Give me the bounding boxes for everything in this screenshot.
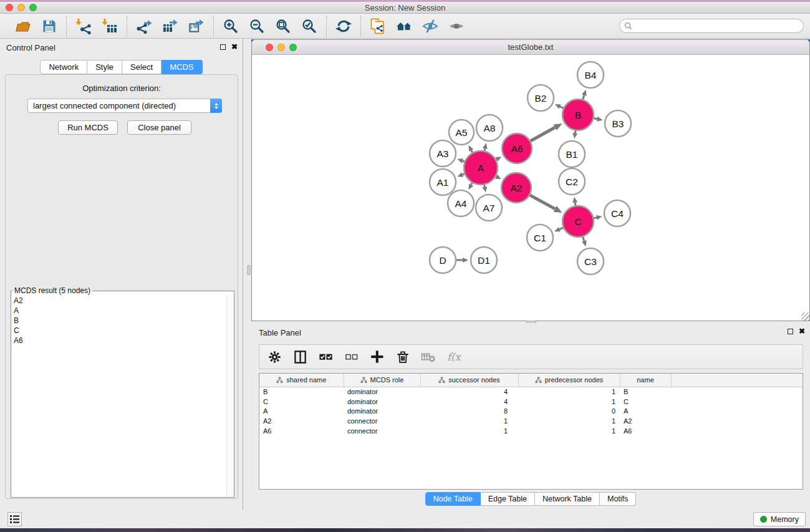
close-panel-icon[interactable]: ✖ bbox=[231, 43, 238, 51]
graph-node-B1[interactable]: B1 bbox=[559, 141, 585, 167]
graph-node-C1[interactable]: C1 bbox=[527, 225, 553, 251]
optimization-criterion-select[interactable]: largest connected component (directed) bbox=[27, 99, 222, 113]
cell[interactable]: 1 bbox=[518, 416, 620, 426]
search-input[interactable] bbox=[632, 19, 803, 32]
deselect-all-checks-icon[interactable] bbox=[344, 349, 360, 365]
graph-node-B4[interactable]: B4 bbox=[577, 62, 604, 88]
zoom-window-button[interactable] bbox=[29, 4, 37, 11]
tab-style[interactable]: Style bbox=[87, 60, 122, 74]
graph-node-A[interactable]: A bbox=[464, 151, 498, 185]
cell[interactable]: 4 bbox=[420, 387, 518, 397]
cell[interactable]: 4 bbox=[420, 397, 518, 407]
float-panel-icon[interactable] bbox=[220, 44, 226, 50]
tab-mcds[interactable]: MCDS bbox=[162, 60, 202, 74]
cell[interactable]: 1 bbox=[518, 397, 620, 407]
tab-network-table[interactable]: Network Table bbox=[535, 492, 600, 506]
tab-network[interactable]: Network bbox=[40, 60, 87, 74]
import-table-icon[interactable] bbox=[100, 17, 119, 35]
graph-node-C4[interactable]: C4 bbox=[604, 200, 630, 226]
mcds-result-item[interactable]: B bbox=[14, 316, 234, 326]
cell[interactable]: dominator bbox=[344, 406, 420, 416]
column-header-name[interactable]: name bbox=[620, 374, 671, 387]
graph-node-A6[interactable]: A6 bbox=[502, 133, 532, 163]
select-all-checks-icon[interactable] bbox=[318, 349, 334, 365]
close-panel-icon[interactable]: ✖ bbox=[799, 327, 805, 335]
column-header-successor-nodes[interactable]: successor nodes bbox=[420, 374, 518, 387]
cell[interactable]: dominator bbox=[344, 387, 420, 397]
network-canvas[interactable]: B4B2BB3B1A5A8A6A3AA1A4A7A2C2C4CC1C3DD1 bbox=[252, 55, 809, 321]
column-header-predecessor-nodes[interactable]: predecessor nodes bbox=[518, 374, 620, 387]
save-session-icon[interactable] bbox=[40, 17, 59, 35]
table-row-A[interactable]: Adominator80A bbox=[259, 406, 803, 416]
graph-node-C[interactable]: C bbox=[562, 206, 594, 237]
graph-node-C2[interactable]: C2 bbox=[559, 168, 585, 195]
cell[interactable]: 1 bbox=[420, 426, 518, 436]
tab-motifs[interactable]: Motifs bbox=[600, 492, 636, 506]
zoom-fit-icon[interactable] bbox=[274, 17, 292, 35]
table-row-A2[interactable]: A2connector11A2 bbox=[259, 416, 803, 426]
graph-node-A1[interactable]: A1 bbox=[430, 169, 456, 195]
graph-node-A7[interactable]: A7 bbox=[476, 195, 502, 221]
network-zoom-button[interactable] bbox=[289, 44, 297, 51]
column-header-shared-name[interactable]: shared name bbox=[259, 374, 344, 387]
cell[interactable]: C bbox=[259, 397, 344, 407]
graph-node-A8[interactable]: A8 bbox=[476, 115, 503, 141]
tab-select[interactable]: Select bbox=[122, 60, 162, 74]
first-neighbors-icon[interactable] bbox=[395, 17, 413, 35]
cell[interactable]: 1 bbox=[518, 387, 620, 397]
table-row-C[interactable]: Cdominator41C bbox=[259, 397, 803, 407]
graph-node-B3[interactable]: B3 bbox=[605, 110, 631, 137]
export-network-icon[interactable] bbox=[135, 17, 153, 35]
zoom-selected-icon[interactable] bbox=[300, 17, 319, 35]
cell[interactable]: 8 bbox=[420, 406, 518, 416]
export-table-icon[interactable] bbox=[161, 17, 180, 35]
app-titlebar[interactable]: Session: New Session bbox=[0, 2, 810, 14]
mcds-result-item[interactable]: C bbox=[14, 326, 234, 336]
search-box[interactable] bbox=[619, 19, 804, 33]
refresh-icon[interactable] bbox=[334, 17, 353, 35]
close-panel-button[interactable]: Close panel bbox=[127, 120, 191, 135]
cell[interactable]: A6 bbox=[620, 426, 671, 436]
hide-selected-icon[interactable] bbox=[421, 17, 440, 35]
cell[interactable]: 1 bbox=[518, 426, 620, 436]
cell[interactable]: A bbox=[259, 406, 344, 416]
graph-node-A3[interactable]: A3 bbox=[430, 140, 456, 167]
network-window-traffic-lights[interactable] bbox=[266, 44, 297, 51]
table-row-A6[interactable]: A6connector11A6 bbox=[259, 426, 803, 436]
graph-node-B[interactable]: B bbox=[562, 99, 594, 130]
graph-node-A5[interactable]: A5 bbox=[449, 120, 474, 145]
node-table[interactable]: shared nameMCDS rolesuccessor nodesprede… bbox=[259, 373, 803, 490]
tab-edge-table[interactable]: Edge Table bbox=[481, 492, 535, 506]
cell[interactable]: 1 bbox=[420, 416, 518, 426]
float-panel-icon[interactable] bbox=[788, 329, 793, 334]
window-traffic-lights[interactable] bbox=[6, 4, 37, 11]
graph-node-A4[interactable]: A4 bbox=[448, 190, 474, 216]
column-header-MCDS-role[interactable]: MCDS role bbox=[344, 374, 420, 387]
network-window-titlebar[interactable]: testGlobe.txt bbox=[252, 40, 809, 55]
zoom-in-icon[interactable] bbox=[221, 17, 240, 35]
vertical-splitter-handle[interactable] bbox=[247, 265, 251, 275]
cell[interactable]: A2 bbox=[620, 416, 671, 426]
split-view-icon[interactable] bbox=[292, 349, 309, 365]
delete-column-icon[interactable] bbox=[395, 349, 411, 365]
cell[interactable]: B bbox=[259, 387, 344, 397]
cell[interactable]: connector bbox=[344, 416, 420, 426]
minimize-window-button[interactable] bbox=[17, 4, 25, 11]
import-network-icon[interactable] bbox=[74, 17, 93, 35]
graph-node-D1[interactable]: D1 bbox=[471, 247, 497, 273]
graph-node-B2[interactable]: B2 bbox=[528, 85, 554, 111]
graph-node-D[interactable]: D bbox=[430, 247, 456, 273]
run-mcds-button[interactable]: Run MCDS bbox=[58, 120, 118, 135]
network-minimize-button[interactable] bbox=[277, 44, 285, 51]
gear-icon[interactable] bbox=[267, 349, 283, 365]
zoom-out-icon[interactable] bbox=[248, 17, 266, 35]
add-column-icon[interactable] bbox=[369, 349, 385, 365]
close-window-button[interactable] bbox=[6, 4, 13, 11]
mcds-result-list[interactable]: A2ABCA6 bbox=[11, 295, 234, 497]
cell[interactable]: A bbox=[620, 406, 671, 416]
clone-network-icon[interactable] bbox=[369, 17, 387, 35]
table-row-B[interactable]: Bdominator41B bbox=[259, 387, 803, 397]
show-all-icon[interactable] bbox=[447, 17, 466, 35]
graph-node-A2[interactable]: A2 bbox=[501, 173, 531, 203]
memory-button[interactable]: Memory bbox=[753, 512, 806, 526]
